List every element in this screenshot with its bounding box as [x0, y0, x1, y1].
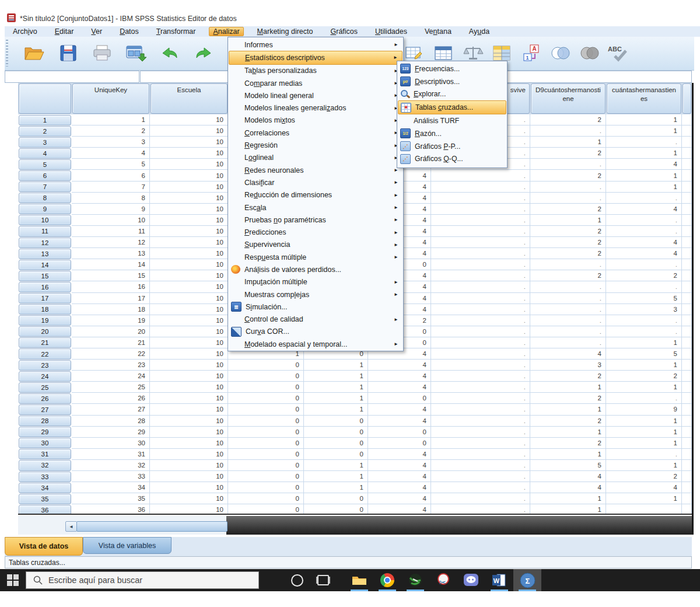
cell[interactable]: .	[606, 326, 682, 337]
cell[interactable]: 10	[150, 337, 228, 348]
menu-item-predicciones[interactable]: Predicciones►	[229, 226, 402, 238]
row-header-19[interactable]: 19	[19, 315, 71, 326]
row-header-2[interactable]: 2	[19, 126, 71, 137]
menubar-item-utilidades[interactable]: Utilidades	[375, 27, 407, 36]
row-header-31[interactable]: 31	[19, 449, 71, 459]
cell[interactable]: .	[431, 337, 530, 348]
submenu-item-tablas-cruzadas[interactable]: ✶Tablas cruzadas...	[398, 100, 506, 114]
cell[interactable]: 10	[150, 460, 228, 471]
cell[interactable]: .	[431, 427, 530, 438]
cell[interactable]: .	[530, 315, 606, 326]
cell[interactable]: 10	[150, 471, 228, 482]
column-header-uniquekey[interactable]: UniqueKey	[72, 83, 149, 114]
row-header-25[interactable]: 25	[19, 382, 71, 393]
cell[interactable]: .	[431, 293, 530, 304]
menu-item-respuesta-múltiple[interactable]: Respuesta múltiple►	[229, 251, 402, 263]
cell[interactable]	[682, 125, 692, 137]
print-icon[interactable]	[90, 39, 114, 67]
cell[interactable]: 4	[72, 148, 150, 159]
row-header-9[interactable]: 9	[19, 204, 71, 214]
cell[interactable]	[682, 259, 692, 270]
cell[interactable]	[682, 348, 692, 360]
cell[interactable]: 31	[72, 449, 150, 460]
cell[interactable]: .	[431, 449, 530, 460]
cell[interactable]: 4	[368, 449, 431, 460]
cell-reference-box[interactable]	[5, 71, 139, 83]
cell[interactable]: 1	[304, 460, 368, 471]
menu-item-correlaciones[interactable]: Correlaciones►	[229, 127, 402, 139]
cell[interactable]: 10	[150, 204, 228, 215]
cell[interactable]: 10	[150, 304, 228, 315]
grid-corner-cell[interactable]	[19, 83, 71, 114]
menu-item-redes-neuronales[interactable]: Redes neuronales►	[229, 164, 402, 176]
cell[interactable]: .	[606, 393, 682, 404]
cell[interactable]: 33	[72, 471, 150, 482]
cell[interactable]: .	[606, 449, 682, 460]
submenu-item-descriptivos[interactable]: μσDescriptivos...	[398, 75, 506, 88]
cell[interactable]: 2	[530, 248, 606, 259]
cell[interactable]: 10	[150, 270, 228, 281]
cell[interactable]: 4	[368, 371, 431, 382]
cell[interactable]: 1	[304, 382, 368, 393]
cell[interactable]: .	[431, 204, 530, 215]
cell[interactable]: 13	[72, 248, 150, 259]
cell[interactable]: .	[431, 404, 530, 415]
cell[interactable]: 1	[606, 427, 682, 438]
row-header-26[interactable]: 26	[19, 393, 71, 404]
submenu-item-gráficos-p-p[interactable]: ⋰Gráficos P-P...	[398, 140, 506, 153]
menu-item-comparar-medias[interactable]: Comparar medias►	[229, 77, 402, 89]
cell[interactable]: .	[431, 416, 530, 427]
cell[interactable]: 10	[150, 360, 228, 371]
cell[interactable]: 4	[606, 248, 682, 259]
cell[interactable]: 0	[304, 449, 368, 460]
menu-item-análisis-de-valores-perdidos[interactable]: Análisis de valores perdidos...	[229, 263, 402, 275]
cell[interactable]: 2	[606, 471, 682, 482]
tab-data-view[interactable]: Vista de datos	[5, 537, 83, 556]
open-file-icon[interactable]	[22, 39, 47, 67]
cell[interactable]: .	[431, 237, 530, 248]
cell[interactable]: .	[606, 226, 682, 237]
cell[interactable]: 4	[530, 348, 606, 360]
menubar-item-transformar[interactable]: Transformar	[156, 27, 196, 36]
cell[interactable]	[682, 326, 692, 337]
cell[interactable]	[606, 504, 682, 515]
cell[interactable]	[682, 482, 692, 493]
cell[interactable]: 2	[530, 148, 606, 159]
cell[interactable]: .	[606, 193, 682, 204]
cell[interactable]: 1	[606, 114, 682, 125]
cell[interactable]: 1	[530, 504, 606, 515]
cell[interactable]: 0	[228, 427, 304, 438]
cell[interactable]: 4	[368, 504, 431, 515]
cell[interactable]: 10	[150, 226, 228, 237]
cell[interactable]: 4	[606, 159, 682, 170]
cell[interactable]: 23	[72, 360, 150, 371]
menu-item-reducción-de-dimensiones[interactable]: Reducción de dimensiones►	[229, 189, 402, 201]
row-header-27[interactable]: 27	[19, 404, 71, 415]
cell[interactable]: .	[431, 304, 530, 315]
menu-item-imputación-múltiple[interactable]: Imputación múltiple►	[229, 276, 402, 288]
cell[interactable]: 10	[150, 393, 228, 404]
taskbar-icon-file-explorer[interactable]	[345, 569, 373, 591]
cell[interactable]: 1	[530, 215, 606, 226]
cell[interactable]: .	[431, 248, 530, 259]
menu-item-modelo-lineal-general[interactable]: Modelo lineal general►	[229, 89, 402, 102]
cell[interactable]	[682, 360, 692, 371]
row-header-17[interactable]: 17	[19, 293, 71, 304]
cell[interactable]: .	[530, 193, 606, 204]
cell[interactable]: 10	[150, 193, 228, 204]
cell[interactable]: 0	[228, 382, 304, 393]
row-header-23[interactable]: 23	[19, 360, 71, 371]
menu-item-simulación[interactable]: ≣Simulación...	[229, 301, 402, 313]
cell[interactable]: 2	[606, 270, 682, 281]
cell[interactable]: 10	[150, 170, 228, 181]
cortana-icon[interactable]	[291, 574, 303, 587]
cell[interactable]: .	[530, 293, 606, 304]
cell[interactable]: .	[431, 371, 530, 382]
cell[interactable]: 15	[72, 270, 150, 281]
taskbar-icon-chrome[interactable]	[373, 569, 401, 591]
cell[interactable]: .	[606, 259, 682, 270]
start-button[interactable]	[0, 569, 26, 591]
task-view-icon[interactable]	[317, 575, 329, 585]
cell[interactable]: .	[431, 315, 530, 326]
cell[interactable]: 9	[606, 404, 682, 415]
